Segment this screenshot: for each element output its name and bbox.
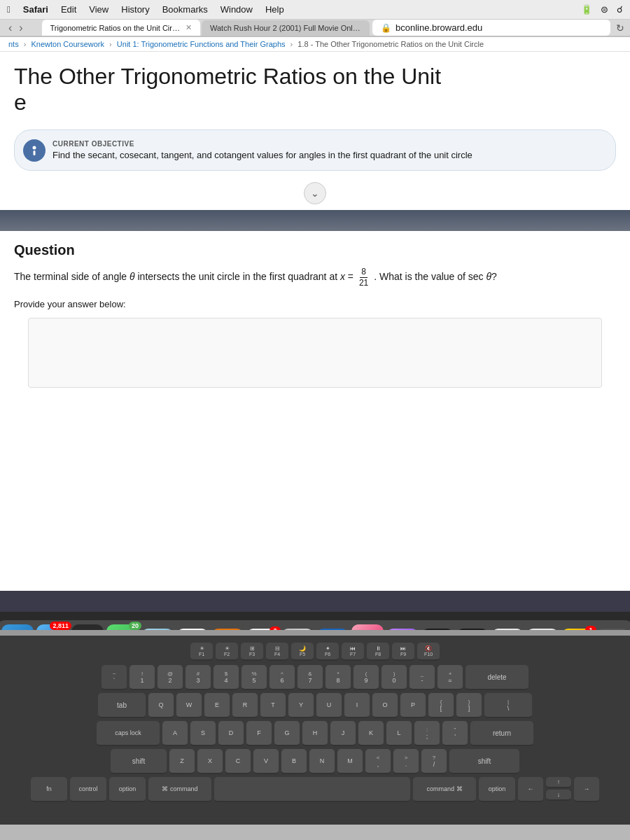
key-option-left[interactable]: option — [109, 777, 146, 802]
dock-item-safari[interactable]: 🧭 — [1, 624, 34, 630]
dock-item-photos[interactable]: 🌸 — [176, 629, 209, 630]
dock-item-messages[interactable]: 💬 20 — [106, 624, 139, 630]
key-caps[interactable]: caps lock — [97, 721, 160, 746]
dock-item-textedit[interactable]: A — [491, 629, 524, 630]
menu-edit[interactable]: Edit — [61, 4, 76, 15]
key-g[interactable]: G — [274, 721, 300, 746]
dock-item-orange-app[interactable] — [211, 629, 244, 630]
dock-item-settings[interactable]: ⚙ — [526, 629, 559, 630]
key-o[interactable]: O — [372, 693, 398, 718]
breadcrumb-link-nts[interactable]: nts — [8, 40, 19, 48]
key-4[interactable]: $4 — [214, 665, 239, 690]
key-c[interactable]: C — [225, 749, 251, 774]
dock-item-calendar[interactable]: JAN 31 2 — [246, 629, 279, 630]
other-tab[interactable]: Watch Rush Hour 2 (2001) Full Movie Onli… — [202, 20, 370, 36]
key-arrow-up[interactable]: ↑ — [546, 777, 571, 788]
key-0[interactable]: )0 — [382, 665, 407, 690]
dock-item-music[interactable]: ♪ — [351, 624, 384, 630]
key-p[interactable]: P — [400, 693, 426, 718]
key-semicolon[interactable]: :; — [414, 721, 440, 746]
key-k[interactable]: K — [358, 721, 384, 746]
menu-history[interactable]: History — [121, 4, 149, 15]
key-9[interactable]: (9 — [354, 665, 379, 690]
back-button[interactable]: ‹ — [6, 20, 15, 36]
forward-button[interactable]: › — [16, 20, 25, 36]
key-w[interactable]: W — [176, 693, 202, 718]
key-ctrl[interactable]: control — [70, 777, 106, 802]
key-3[interactable]: #3 — [186, 665, 211, 690]
key-2[interactable]: @2 — [158, 665, 183, 690]
active-tab[interactable]: Trigonometric Ratios on the Unit Circle … — [42, 20, 201, 36]
key-comma[interactable]: <, — [365, 749, 391, 774]
dock-item-finder[interactable]: ⬜ — [281, 629, 314, 630]
address-bar[interactable]: 🔒 bconline.broward.edu — [372, 20, 610, 36]
key-f9[interactable]: ⏭F9 — [392, 643, 414, 661]
key-i[interactable]: I — [344, 693, 370, 718]
key-f1[interactable]: ☀F1 — [190, 643, 213, 661]
key-backslash[interactable]: |\ — [484, 693, 532, 718]
key-t[interactable]: T — [260, 693, 286, 718]
dock-item-reeder[interactable]: ⭐ 1 — [561, 629, 594, 630]
dock-item-mail[interactable]: ✉️ 2,811 — [36, 624, 69, 630]
key-option-right[interactable]: option — [479, 777, 515, 802]
menu-help[interactable]: Help — [265, 4, 284, 15]
key-u[interactable]: U — [316, 693, 342, 718]
breadcrumb-link-unit1[interactable]: Unit 1: Trigonometric Functions and Thei… — [117, 40, 286, 48]
key-fn[interactable]: fn — [31, 777, 67, 802]
key-arrow-down[interactable]: ↓ — [546, 790, 571, 801]
key-f6[interactable]: ✦F6 — [316, 643, 339, 661]
key-f2[interactable]: ☀F2 — [216, 643, 238, 661]
key-l[interactable]: L — [386, 721, 412, 746]
key-f4[interactable]: ⊟F4 — [266, 643, 288, 661]
key-f5[interactable]: 🌙F5 — [291, 643, 314, 661]
key-6[interactable]: ^6 — [270, 665, 295, 690]
key-e[interactable]: E — [204, 693, 230, 718]
key-y[interactable]: Y — [288, 693, 314, 718]
key-cmd-left[interactable]: ⌘ command — [148, 777, 211, 802]
key-7[interactable]: &7 — [298, 665, 323, 690]
key-q[interactable]: Q — [148, 693, 174, 718]
key-plus[interactable]: += — [438, 665, 463, 690]
key-quote[interactable]: "' — [442, 721, 468, 746]
search-icon[interactable]: ☌ — [617, 4, 623, 15]
dock-item-word[interactable]: W — [316, 629, 349, 630]
key-x[interactable]: X — [197, 749, 223, 774]
menu-view[interactable]: View — [89, 4, 108, 15]
apple-menu[interactable]:  — [7, 4, 10, 15]
app-name[interactable]: Safari — [23, 4, 48, 15]
key-bracket-open[interactable]: {[ — [428, 693, 454, 718]
dock-item-podcasts[interactable]: 🎙 — [386, 629, 419, 630]
key-a[interactable]: A — [162, 721, 188, 746]
key-j[interactable]: J — [330, 721, 356, 746]
dock-item-facetime[interactable]: 📹 — [71, 624, 104, 630]
dock-item-appletv[interactable]: ▶tv — [421, 629, 454, 630]
key-arrow-right[interactable]: → — [574, 777, 599, 802]
key-f8[interactable]: ⏸F8 — [367, 643, 389, 661]
breadcrumb-link-coursework[interactable]: Knewton Coursework — [31, 40, 104, 48]
key-5[interactable]: %5 — [241, 665, 267, 690]
answer-input-area[interactable] — [28, 318, 602, 388]
key-z[interactable]: Z — [169, 749, 195, 774]
key-f10[interactable]: 🔇F10 — [417, 643, 440, 661]
tab-close-icon[interactable]: ✕ — [186, 23, 192, 32]
key-cmd-right[interactable]: command ⌘ — [413, 777, 476, 802]
key-v[interactable]: V — [253, 749, 279, 774]
key-minus[interactable]: _- — [410, 665, 435, 690]
key-h[interactable]: H — [302, 721, 328, 746]
dock-item-files[interactable]: 🗂 — [141, 629, 174, 630]
key-n[interactable]: N — [309, 749, 335, 774]
reload-button[interactable]: ↻ — [616, 22, 624, 34]
collapse-button[interactable]: ⌄ — [304, 182, 326, 204]
key-f3[interactable]: ⊞F3 — [241, 643, 263, 661]
key-backtick[interactable]: ~` — [102, 665, 127, 690]
key-shift-right[interactable]: shift — [449, 749, 519, 774]
key-return[interactable]: return — [470, 721, 533, 746]
key-period[interactable]: >. — [393, 749, 419, 774]
key-s[interactable]: S — [190, 721, 216, 746]
key-1[interactable]: !1 — [130, 665, 155, 690]
key-slash[interactable]: ?/ — [421, 749, 447, 774]
key-tab[interactable]: tab — [98, 693, 146, 718]
key-f[interactable]: F — [246, 721, 272, 746]
key-m[interactable]: M — [337, 749, 363, 774]
key-f7[interactable]: ⏮F7 — [342, 643, 364, 661]
